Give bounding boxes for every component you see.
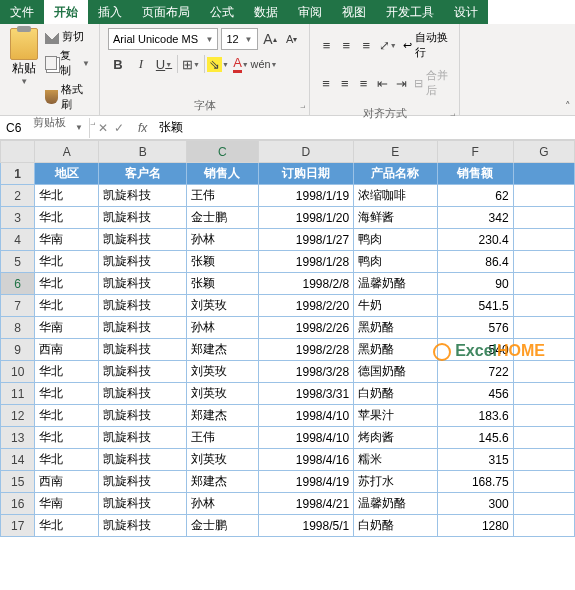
cell[interactable]: 孙林 xyxy=(187,229,258,251)
header-cell[interactable]: 产品名称 xyxy=(354,163,437,185)
cell[interactable] xyxy=(513,449,574,471)
cell[interactable]: 孙林 xyxy=(187,317,258,339)
tab-2[interactable]: 插入 xyxy=(88,0,132,24)
align-left-button[interactable]: ≡ xyxy=(318,73,334,93)
row-header-12[interactable]: 12 xyxy=(1,405,35,427)
phonetic-button[interactable]: wén▼ xyxy=(254,54,274,74)
cell[interactable]: 王伟 xyxy=(187,185,258,207)
cell[interactable]: 浓缩咖啡 xyxy=(354,185,437,207)
cell[interactable]: 黑奶酪 xyxy=(354,339,437,361)
cell[interactable]: 1998/1/28 xyxy=(258,251,354,273)
cell[interactable] xyxy=(513,493,574,515)
row-header-10[interactable]: 10 xyxy=(1,361,35,383)
row-header-5[interactable]: 5 xyxy=(1,251,35,273)
cell[interactable]: 1998/1/20 xyxy=(258,207,354,229)
cell[interactable]: 华北 xyxy=(35,449,99,471)
cell[interactable]: 温馨奶酪 xyxy=(354,493,437,515)
cell[interactable]: 145.6 xyxy=(437,427,513,449)
col-header-F[interactable]: F xyxy=(437,141,513,163)
cell[interactable]: 315 xyxy=(437,449,513,471)
select-all-corner[interactable] xyxy=(1,141,35,163)
cell[interactable]: 鸭肉 xyxy=(354,229,437,251)
cell[interactable]: 300 xyxy=(437,493,513,515)
col-header-E[interactable]: E xyxy=(354,141,437,163)
font-name-select[interactable]: Arial Unicode MS▼ xyxy=(108,28,218,50)
format-painter-button[interactable]: 格式刷 xyxy=(44,81,91,113)
cell[interactable]: 华南 xyxy=(35,493,99,515)
cell[interactable]: 凯旋科技 xyxy=(99,317,187,339)
cell[interactable]: 刘英玫 xyxy=(187,449,258,471)
tab-4[interactable]: 公式 xyxy=(200,0,244,24)
cell[interactable]: 郑建杰 xyxy=(187,339,258,361)
cell[interactable]: 郑建杰 xyxy=(187,405,258,427)
wrap-text-button[interactable]: ↩自动换行 xyxy=(401,28,451,62)
cell[interactable]: 1998/4/10 xyxy=(258,427,354,449)
cell[interactable]: 张颖 xyxy=(187,251,258,273)
cell[interactable]: 凯旋科技 xyxy=(99,471,187,493)
cell[interactable]: 1998/3/31 xyxy=(258,383,354,405)
col-header-B[interactable]: B xyxy=(99,141,187,163)
row-header-6[interactable]: 6 xyxy=(1,273,35,295)
cell[interactable] xyxy=(513,471,574,493)
col-header-A[interactable]: A xyxy=(35,141,99,163)
cell[interactable]: 凯旋科技 xyxy=(99,405,187,427)
cell[interactable]: 白奶酪 xyxy=(354,515,437,537)
border-button[interactable]: ⊞▼ xyxy=(181,54,201,74)
cell[interactable]: 华北 xyxy=(35,207,99,229)
cell[interactable]: 凯旋科技 xyxy=(99,515,187,537)
cell[interactable]: 凯旋科技 xyxy=(99,449,187,471)
cell[interactable] xyxy=(513,251,574,273)
align-top-button[interactable]: ≡ xyxy=(318,35,335,55)
row-header-11[interactable]: 11 xyxy=(1,383,35,405)
cell[interactable] xyxy=(513,361,574,383)
cell[interactable]: 郑建杰 xyxy=(187,471,258,493)
decrease-font-button[interactable]: A▾ xyxy=(282,29,301,49)
tab-6[interactable]: 审阅 xyxy=(288,0,332,24)
row-header-4[interactable]: 4 xyxy=(1,229,35,251)
cell[interactable]: 1998/2/8 xyxy=(258,273,354,295)
cell[interactable] xyxy=(513,383,574,405)
cell[interactable]: 西南 xyxy=(35,471,99,493)
cell[interactable]: 德国奶酪 xyxy=(354,361,437,383)
cell[interactable] xyxy=(513,405,574,427)
cell[interactable]: 1998/4/10 xyxy=(258,405,354,427)
underline-button[interactable]: U▼ xyxy=(154,54,174,74)
cancel-formula-button[interactable]: ✕ xyxy=(98,121,108,135)
cell[interactable] xyxy=(513,207,574,229)
cell[interactable]: 鸭肉 xyxy=(354,251,437,273)
collapse-ribbon-button[interactable]: ˄ xyxy=(565,100,571,113)
copy-button[interactable]: 复制▼ xyxy=(44,47,91,79)
increase-font-button[interactable]: A▴ xyxy=(261,29,280,49)
cell[interactable]: 华南 xyxy=(35,317,99,339)
row-header-7[interactable]: 7 xyxy=(1,295,35,317)
align-center-button[interactable]: ≡ xyxy=(337,73,353,93)
cell[interactable]: 糯米 xyxy=(354,449,437,471)
orientation-button[interactable]: ⤢▼ xyxy=(378,35,398,55)
cell[interactable]: 456 xyxy=(437,383,513,405)
align-bottom-button[interactable]: ≡ xyxy=(358,35,375,55)
indent-inc-button[interactable]: ⇥ xyxy=(393,73,409,93)
cell[interactable]: 凯旋科技 xyxy=(99,273,187,295)
cell[interactable] xyxy=(513,295,574,317)
tab-1[interactable]: 开始 xyxy=(44,0,88,24)
cell[interactable]: 苹果汁 xyxy=(354,405,437,427)
paste-button[interactable]: 粘贴 ▼ xyxy=(8,28,40,113)
cell[interactable]: 凯旋科技 xyxy=(99,427,187,449)
row-header-9[interactable]: 9 xyxy=(1,339,35,361)
bold-button[interactable]: B xyxy=(108,54,128,74)
cell[interactable]: 苏打水 xyxy=(354,471,437,493)
italic-button[interactable]: I xyxy=(131,54,151,74)
fill-color-button[interactable]: ⇘▼ xyxy=(208,54,228,74)
cell[interactable]: 576 xyxy=(437,317,513,339)
cell[interactable]: 1998/2/28 xyxy=(258,339,354,361)
cell[interactable] xyxy=(513,185,574,207)
cell[interactable]: 1998/2/20 xyxy=(258,295,354,317)
row-header-3[interactable]: 3 xyxy=(1,207,35,229)
cell[interactable] xyxy=(513,273,574,295)
tab-0[interactable]: 文件 xyxy=(0,0,44,24)
cell[interactable]: 黑奶酪 xyxy=(354,317,437,339)
fx-icon[interactable]: fx xyxy=(132,121,153,135)
cell[interactable]: 刘英玫 xyxy=(187,295,258,317)
cell[interactable]: 华北 xyxy=(35,185,99,207)
cell[interactable]: 西南 xyxy=(35,339,99,361)
